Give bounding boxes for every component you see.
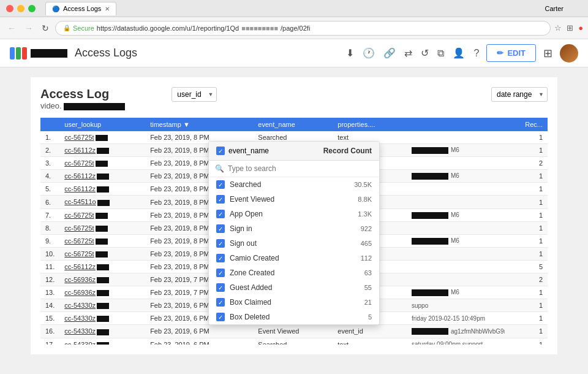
active-tab[interactable]: 🔵 Access Logs ✕	[45, 2, 116, 15]
dropdown-item[interactable]: ✓ Box Claimed 21	[209, 295, 379, 310]
row-num: 16.	[40, 325, 59, 338]
extra-cell	[407, 157, 505, 170]
dropdown-search-box[interactable]: 🔍	[209, 161, 379, 177]
dropdown-item[interactable]: ✓ Guest Added 55	[209, 280, 379, 295]
url-suffix: /page/02fi	[281, 25, 310, 32]
row-num: 15.	[40, 312, 59, 325]
avatar[interactable]	[560, 44, 578, 63]
url-redacted: ■■■■■■■■■	[241, 25, 278, 32]
col-event-name[interactable]: event_name	[253, 118, 333, 131]
user-lookup-cell[interactable]: cc-56112z	[59, 260, 145, 273]
col-timestamp[interactable]: timestamp ▼	[145, 118, 253, 131]
row-num: 1.	[40, 131, 59, 144]
item-label: Event Viewed	[230, 195, 274, 204]
edit-label: EDIT	[507, 48, 526, 58]
help-icon[interactable]: ?	[473, 48, 479, 59]
user-lookup-cell[interactable]: cc-56725t	[59, 157, 145, 170]
close-button[interactable]	[6, 5, 13, 12]
dropdown-item[interactable]: ✓ Sign out 465	[209, 236, 379, 251]
user-lookup-cell[interactable]: cc-54511o	[59, 196, 145, 208]
item-label: Guest Added	[230, 283, 272, 292]
extra-cell: M6	[407, 286, 505, 299]
apps-icon[interactable]: ⊞	[543, 47, 552, 60]
history-icon[interactable]: 🕐	[363, 47, 375, 59]
dropdown-item[interactable]: ✓ Box Deleted 5	[209, 310, 379, 324]
item-checkbox[interactable]: ✓	[216, 195, 225, 204]
item-checkbox[interactable]: ✓	[216, 210, 225, 218]
user-lookup-cell[interactable]: cc-54330z	[59, 299, 145, 312]
extensions-icon[interactable]: ⊞	[567, 23, 573, 32]
select-all-checkbox[interactable]: ✓	[216, 147, 225, 155]
user-lookup-cell[interactable]: cc-56936z	[59, 273, 145, 286]
dropdown-item[interactable]: ✓ Sign in 922	[209, 221, 379, 236]
copy-icon[interactable]: ⧉	[437, 48, 444, 59]
extra-cell: M6	[407, 208, 505, 221]
col-rec[interactable]: Rec...	[505, 118, 548, 131]
extra-cell	[407, 221, 505, 234]
tab-favicon: 🔵	[52, 6, 59, 12]
rec-cell: 1	[505, 338, 548, 345]
download-icon[interactable]: ⬇	[346, 47, 354, 59]
item-checkbox[interactable]: ✓	[216, 254, 225, 262]
user-lookup-cell[interactable]: cc-56725t	[59, 247, 145, 260]
col-user-lookup[interactable]: user_lookup	[59, 118, 145, 131]
col-user-lookup-label: user_lookup	[64, 121, 101, 128]
report-title-block: Access Log video.	[40, 87, 125, 110]
item-count: 21	[364, 299, 372, 306]
item-checkbox[interactable]: ✓	[216, 283, 225, 292]
user-lookup-cell[interactable]: cc-56112z	[59, 144, 145, 157]
address-input[interactable]: 🔒 Secure https://datastudio.google.com/u…	[55, 21, 551, 36]
row-num: 11.	[40, 260, 59, 273]
dropdown-item[interactable]: ✓ Event Viewed 8.8K	[209, 192, 379, 207]
item-checkbox[interactable]: ✓	[216, 298, 225, 307]
user-lookup-cell[interactable]: cc-56725t	[59, 234, 145, 247]
tab-close-icon[interactable]: ✕	[105, 6, 110, 12]
maximize-button[interactable]	[28, 5, 36, 12]
user-lookup-cell[interactable]: cc-56112z	[59, 170, 145, 183]
item-checkbox[interactable]: ✓	[216, 313, 225, 321]
user-id-filter[interactable]: user_id	[172, 87, 217, 102]
bookmark-icon[interactable]: ☆	[554, 23, 562, 32]
item-checkbox[interactable]: ✓	[216, 180, 225, 189]
edit-button[interactable]: ✏ EDIT	[486, 44, 536, 62]
minimize-button[interactable]	[17, 5, 24, 12]
traffic-lights	[6, 5, 36, 12]
rec-cell: 2	[505, 157, 548, 170]
dropdown-item[interactable]: ✓ Camio Created 112	[209, 251, 379, 265]
extra-cell: saturday 09:00pm support	[407, 338, 505, 345]
table-row: 16. cc-54330z Feb 23, 2019, 6 PM Event V…	[40, 325, 548, 338]
user-lookup-cell[interactable]: cc-54330z	[59, 338, 145, 345]
event-cell: Searched	[253, 338, 333, 345]
extra-cell: suppo	[407, 299, 505, 312]
back-button[interactable]: ←	[5, 22, 18, 34]
rec-cell: 1	[505, 208, 548, 221]
forward-button[interactable]: →	[22, 22, 36, 34]
profile-icon[interactable]: ●	[578, 23, 583, 32]
dropdown-item[interactable]: ✓ Searched 30.5K	[209, 177, 379, 192]
date-range-filter[interactable]: date range	[491, 87, 548, 102]
user-lookup-cell[interactable]: cc-56725t	[59, 208, 145, 221]
item-count: 922	[361, 225, 372, 232]
refresh-data-icon[interactable]: ↺	[421, 47, 429, 59]
item-checkbox[interactable]: ✓	[216, 224, 225, 233]
dropdown-item[interactable]: ✓ Zone Created 63	[209, 265, 379, 280]
user-lookup-cell[interactable]: cc-56936z	[59, 286, 145, 299]
item-checkbox[interactable]: ✓	[216, 239, 225, 248]
item-checkbox[interactable]: ✓	[216, 269, 225, 277]
user-lookup-cell[interactable]: cc-56725t	[59, 221, 145, 234]
col-rec-label: Rec...	[525, 121, 543, 128]
refresh-button[interactable]: ↻	[39, 22, 51, 34]
user-lookup-cell[interactable]: cc-54330z	[59, 325, 145, 338]
page-title: Access Logs	[75, 47, 137, 59]
user-lookup-cell[interactable]: cc-56112z	[59, 183, 145, 196]
event-name-dropdown[interactable]: ✓ event_name Record Count 🔍 ✓ Searched 3…	[208, 141, 380, 325]
col-properties[interactable]: properties....	[333, 118, 407, 131]
dropdown-item[interactable]: ✓ App Open 1.3K	[209, 207, 379, 221]
user-lookup-cell[interactable]: cc-54330z	[59, 312, 145, 325]
dropdown-search-input[interactable]	[228, 164, 373, 173]
share-icon[interactable]: ⇄	[404, 47, 412, 59]
row-num: 10.	[40, 247, 59, 260]
person-icon[interactable]: 👤	[453, 47, 465, 59]
user-lookup-cell[interactable]: cc-56725t	[59, 131, 145, 144]
link-icon[interactable]: 🔗	[383, 47, 396, 59]
